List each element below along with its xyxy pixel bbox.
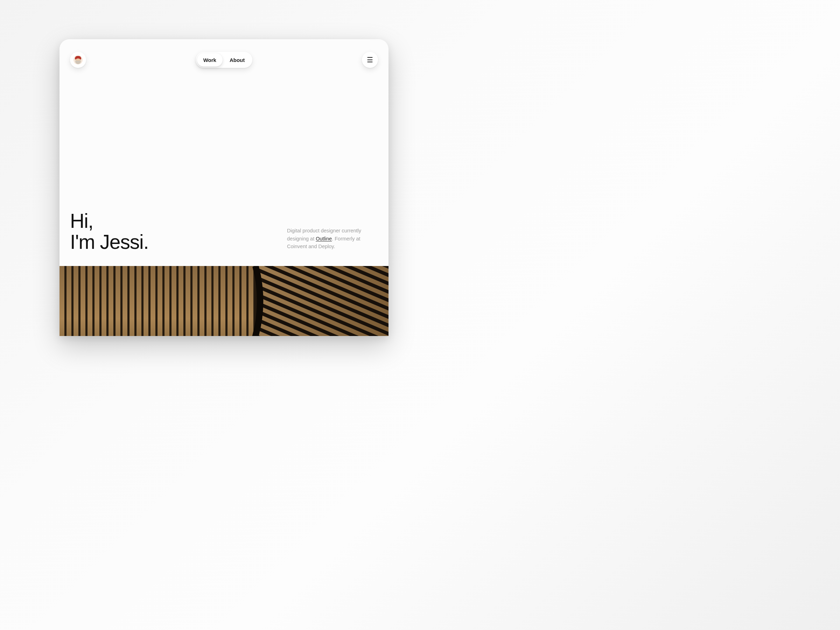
svg-rect-16 [158, 266, 163, 336]
svg-rect-27 [235, 266, 239, 336]
svg-rect-20 [185, 266, 190, 336]
nav-item-label: Work [203, 57, 216, 63]
hero: Hi, I'm Jessi. Digital product designer … [70, 211, 378, 253]
hero-image [60, 266, 388, 336]
svg-rect-28 [242, 266, 246, 336]
hamburger-icon: ☰ [367, 56, 373, 64]
header: Work About ☰ [60, 39, 388, 81]
svg-rect-29 [248, 266, 253, 336]
nav-pill: Work About [196, 52, 253, 68]
svg-rect-15 [150, 266, 155, 336]
hero-title: Hi, I'm Jessi. [70, 211, 148, 253]
svg-rect-23 [207, 266, 212, 336]
svg-rect-21 [193, 266, 197, 336]
svg-rect-4 [74, 266, 78, 336]
hero-title-line2: I'm Jessi. [70, 232, 148, 253]
avatar-button[interactable] [70, 52, 86, 68]
svg-rect-18 [172, 266, 177, 336]
nav-item-about[interactable]: About [223, 53, 251, 66]
svg-rect-6 [87, 266, 92, 336]
nav-item-label: About [230, 57, 245, 63]
svg-rect-17 [164, 266, 169, 336]
svg-rect-25 [221, 266, 226, 336]
svg-rect-5 [81, 266, 85, 336]
svg-rect-7 [95, 266, 99, 336]
svg-rect-9 [109, 266, 114, 336]
svg-rect-14 [144, 266, 148, 336]
menu-button[interactable]: ☰ [362, 52, 378, 68]
svg-rect-10 [115, 266, 120, 336]
nav-item-work[interactable]: Work [197, 53, 223, 66]
hero-subtitle-link[interactable]: Outline [316, 236, 332, 242]
svg-rect-11 [123, 266, 127, 336]
avatar-icon [74, 55, 83, 65]
svg-rect-12 [129, 266, 134, 336]
svg-rect-8 [101, 266, 106, 336]
svg-rect-24 [213, 266, 218, 336]
svg-rect-26 [227, 266, 232, 336]
hero-subtitle: Digital product designer currently desig… [287, 227, 378, 253]
svg-rect-13 [136, 266, 141, 336]
hero-title-line1: Hi, [70, 211, 148, 232]
svg-rect-2 [60, 266, 65, 336]
svg-rect-3 [66, 266, 71, 336]
svg-rect-19 [178, 266, 183, 336]
page-card: Work About ☰ Hi, I'm Jessi. Digital prod… [60, 39, 388, 336]
svg-rect-22 [199, 266, 204, 336]
